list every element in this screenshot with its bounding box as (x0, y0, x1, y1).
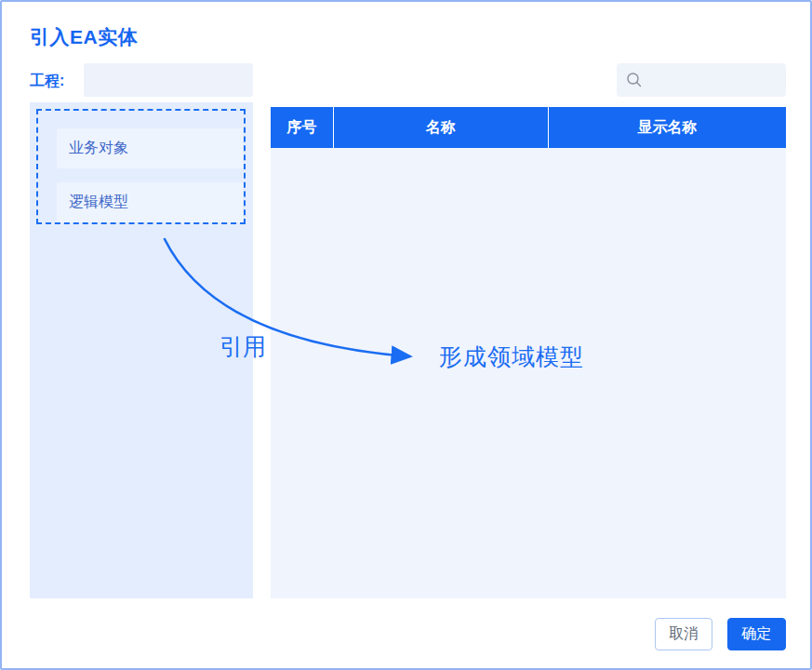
column-header-index[interactable]: 序号 (271, 107, 333, 148)
arrow-label: 引用 (220, 331, 266, 362)
search-box[interactable] (617, 63, 786, 97)
import-ea-entity-dialog: 引入EA实体 工程: 业务对象 逻辑模型 序号 名称 显示名称 (0, 0, 812, 670)
source-group-dashed-box: 业务对象 逻辑模型 (36, 109, 246, 224)
project-input[interactable] (84, 63, 253, 97)
sidebar-item-label: 逻辑模型 (69, 193, 128, 212)
search-input[interactable] (650, 73, 777, 87)
column-header-display-name[interactable]: 显示名称 (548, 107, 786, 148)
search-icon (626, 72, 643, 88)
cancel-button[interactable]: 取消 (655, 618, 712, 650)
domain-model-target-text: 形成领域模型 (439, 342, 584, 372)
project-label: 工程: (30, 72, 64, 91)
table-body-empty (271, 148, 786, 598)
column-header-name[interactable]: 名称 (333, 107, 548, 148)
sidebar-item-logical-model[interactable]: 逻辑模型 (57, 182, 243, 222)
confirm-button[interactable]: 确定 (727, 618, 786, 650)
sidebar-item-business-object[interactable]: 业务对象 (57, 128, 243, 168)
table-header-row: 序号 名称 显示名称 (271, 107, 786, 148)
sidebar-item-label: 业务对象 (69, 139, 128, 158)
dialog-title: 引入EA实体 (30, 24, 138, 50)
